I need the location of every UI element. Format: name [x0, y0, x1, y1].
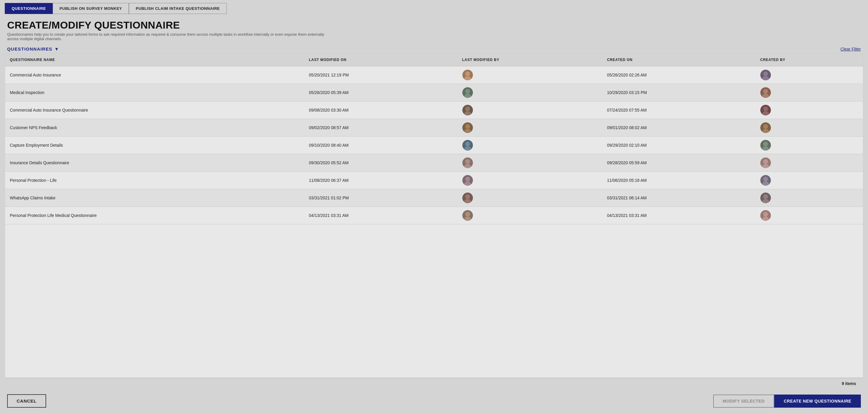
- col-created-on: CREATED ON: [602, 54, 755, 66]
- svg-point-70: [763, 212, 768, 217]
- table-row[interactable]: Capture Employment Details09/10/2020 08:…: [5, 136, 863, 154]
- avatar: [760, 192, 771, 203]
- questionnaire-table-container: QUESTIONNAIRE NAME LAST MODIFIED ON LAST…: [5, 53, 863, 378]
- cell-created-by: [755, 84, 863, 101]
- section-header: QUESTIONNAIRES ▼ Clear Filter: [0, 42, 868, 53]
- col-last-modified-on: LAST MODIFIED ON: [304, 54, 458, 66]
- avatar: [462, 105, 473, 116]
- avatar: [462, 87, 473, 98]
- svg-point-38: [763, 141, 768, 147]
- cell-created-by: [755, 207, 863, 224]
- cell-created-on: 09/29/2020 02:10 AM: [602, 136, 755, 154]
- cell-last-modified-on: 05/20/2021 12:19 PM: [304, 66, 458, 84]
- cell-last-modified-on: 09/02/2020 08:57 AM: [304, 119, 458, 136]
- svg-point-30: [763, 124, 768, 129]
- table-row[interactable]: Commercial Auto Insurance05/20/2021 12:1…: [5, 66, 863, 84]
- cell-last-modified-on: 03/31/2021 01:02 PM: [304, 189, 458, 207]
- cell-last-modified-on: 05/26/2020 05:39 AM: [304, 84, 458, 101]
- create-new-questionnaire-button[interactable]: CREATE NEW QUESTIONNAIRE: [774, 394, 861, 408]
- table-row[interactable]: Customer NPS Feedback09/02/2020 08:57 AM…: [5, 119, 863, 136]
- cell-created-by: [755, 101, 863, 119]
- cell-created-on: 05/26/2020 02:26 AM: [602, 66, 755, 84]
- questionnaire-table: QUESTIONNAIRE NAME LAST MODIFIED ON LAST…: [5, 54, 863, 224]
- cell-questionnaire-name: WhatsApp Claims Intake: [5, 189, 304, 207]
- cell-last-modified-by: [458, 189, 602, 207]
- cell-created-by: [755, 189, 863, 207]
- bottom-right-buttons: MODIFY SELECTED CREATE NEW QUESTIONNAIRE: [713, 394, 861, 408]
- avatar: [462, 175, 473, 186]
- avatar: [462, 192, 473, 203]
- col-questionnaire-name: QUESTIONNAIRE NAME: [5, 54, 304, 66]
- cancel-button[interactable]: CANCEL: [7, 394, 46, 408]
- avatar: [760, 122, 771, 133]
- table-row[interactable]: Insurance Details Questionnaire09/30/202…: [5, 154, 863, 172]
- section-title: QUESTIONNAIRES ▼: [7, 46, 59, 52]
- bottom-bar: CANCEL MODIFY SELECTED CREATE NEW QUESTI…: [0, 389, 868, 413]
- svg-point-14: [763, 89, 768, 94]
- cell-last-modified-by: [458, 136, 602, 154]
- cell-created-by: [755, 136, 863, 154]
- col-last-modified-by: LAST MODIFIED BY: [458, 54, 602, 66]
- table-body: Commercial Auto Insurance05/20/2021 12:1…: [5, 66, 863, 224]
- cell-last-modified-on: 11/08/2020 06:37 AM: [304, 172, 458, 189]
- cell-created-on: 03/31/2021 06:14 AM: [602, 189, 755, 207]
- svg-point-58: [465, 194, 470, 199]
- cell-created-on: 10/29/2020 03:15 PM: [602, 84, 755, 101]
- cell-questionnaire-name: Medical Inspection: [5, 84, 304, 101]
- tab-survey-monkey[interactable]: PUBLISH ON SURVEY MONKEY: [53, 3, 129, 14]
- avatar: [462, 210, 473, 221]
- tab-questionnaire[interactable]: QUESTIONNAIRE: [5, 3, 53, 14]
- svg-point-22: [763, 106, 768, 111]
- cell-last-modified-by: [458, 154, 602, 172]
- avatar: [760, 70, 771, 80]
- svg-point-66: [465, 212, 470, 217]
- tab-claim-intake[interactable]: PUBLISH CLAIM INTAKE QUESTIONNAIRE: [129, 3, 227, 14]
- cell-last-modified-by: [458, 84, 602, 101]
- avatar: [760, 175, 771, 186]
- avatar: [462, 140, 473, 151]
- page-header: CREATE/MODIFY QUESTIONNAIRE Questionnair…: [0, 14, 868, 42]
- cell-questionnaire-name: Commercial Auto Insurance Questionnaire: [5, 101, 304, 119]
- avatar: [760, 210, 771, 221]
- cell-created-by: [755, 154, 863, 172]
- avatar: [760, 140, 771, 151]
- table-row[interactable]: Commercial Auto Insurance Questionnaire0…: [5, 101, 863, 119]
- page-title: CREATE/MODIFY QUESTIONNAIRE: [7, 19, 861, 31]
- cell-last-modified-by: [458, 101, 602, 119]
- cell-last-modified-by: [458, 66, 602, 84]
- filter-icon: ▼: [55, 46, 59, 52]
- svg-point-18: [465, 106, 470, 111]
- cell-last-modified-on: 09/10/2020 08:40 AM: [304, 136, 458, 154]
- table-row[interactable]: Personal Protection Life Medical Questio…: [5, 207, 863, 224]
- cell-last-modified-by: [458, 207, 602, 224]
- svg-point-46: [763, 159, 768, 164]
- cell-created-on: 09/28/2020 05:59 AM: [602, 154, 755, 172]
- cell-last-modified-on: 09/30/2020 05:52 AM: [304, 154, 458, 172]
- svg-point-2: [465, 71, 470, 76]
- table-row[interactable]: Personal Protection - Life11/08/2020 06:…: [5, 172, 863, 189]
- cell-created-on: 04/13/2021 03:31 AM: [602, 207, 755, 224]
- cell-created-by: [755, 66, 863, 84]
- table-row[interactable]: WhatsApp Claims Intake03/31/2021 01:02 P…: [5, 189, 863, 207]
- table-row[interactable]: Medical Inspection05/26/2020 05:39 AM10/…: [5, 84, 863, 101]
- cell-created-on: 11/06/2020 05:18 AM: [602, 172, 755, 189]
- cell-last-modified-on: 04/13/2021 03:31 AM: [304, 207, 458, 224]
- cell-created-by: [755, 172, 863, 189]
- clear-filter-button[interactable]: Clear Filter: [841, 47, 861, 52]
- cell-questionnaire-name: Capture Employment Details: [5, 136, 304, 154]
- svg-point-10: [465, 89, 470, 94]
- svg-point-26: [465, 124, 470, 129]
- svg-point-34: [465, 141, 470, 147]
- cell-questionnaire-name: Personal Protection Life Medical Questio…: [5, 207, 304, 224]
- section-title-text: QUESTIONNAIRES: [7, 46, 52, 52]
- avatar: [462, 157, 473, 168]
- cell-created-on: 09/01/2020 08:02 AM: [602, 119, 755, 136]
- top-nav: QUESTIONNAIRE PUBLISH ON SURVEY MONKEY P…: [0, 0, 868, 14]
- modify-selected-button[interactable]: MODIFY SELECTED: [713, 394, 774, 408]
- avatar: [462, 70, 473, 80]
- cell-last-modified-on: 09/08/2020 03:30 AM: [304, 101, 458, 119]
- cell-last-modified-by: [458, 172, 602, 189]
- svg-point-42: [465, 159, 470, 164]
- col-created-by: CREATED BY: [755, 54, 863, 66]
- cell-questionnaire-name: Commercial Auto Insurance: [5, 66, 304, 84]
